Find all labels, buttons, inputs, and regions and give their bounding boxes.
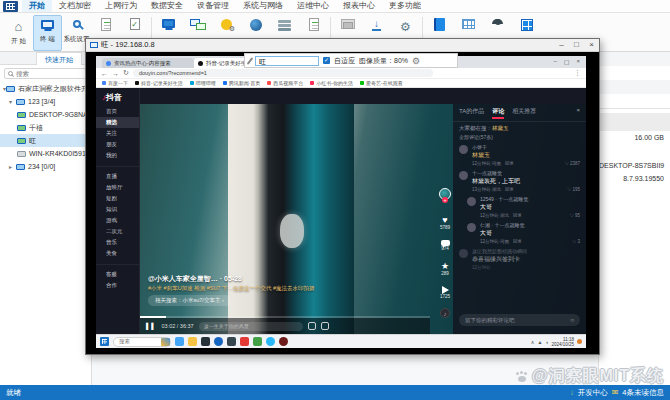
taskbar-app-studio[interactable] [227,337,236,346]
taskbar-app-terminal[interactable] [201,337,210,346]
tab-web-behavior[interactable]: 上网行为 [98,0,144,12]
like-button[interactable]: ♥5789 [437,216,453,230]
app-menu-button[interactable] [3,1,18,12]
bookmark-item[interactable]: 百度一下 [102,80,128,86]
author-avatar[interactable]: + [437,188,453,203]
taskbar-app-explorer[interactable] [188,337,197,346]
tab-quick-start[interactable]: 快速开始 [36,52,82,65]
comment-input[interactable]: 留下你的精彩评论吧 ☺ [459,314,580,326]
reload-icon[interactable]: ↻ [123,69,129,77]
tab-author-works[interactable]: TA的作品 [459,107,484,119]
nav-friends[interactable]: 朋友 [96,139,139,150]
avatar[interactable] [459,145,468,154]
tab-data-security[interactable]: 数据安全 [144,0,190,12]
address-bar[interactable]: douyin.com/?recommend=1 [133,69,433,77]
taskbar-app-media[interactable] [240,337,249,346]
follow-plus-icon[interactable]: + [442,197,448,203]
bookmark-item[interactable]: 抖音-记录美好生活 [135,80,183,86]
favorite-button[interactable]: ★289 [437,262,453,276]
back-icon[interactable]: ← [101,70,108,77]
comment-item[interactable]: 这让我想起那些感动瞬间 恭喜福缘兴签到卡 12分钟前 [453,246,586,272]
share-button[interactable]: 1725 [437,285,453,299]
comment-button[interactable]: 974 [437,239,453,251]
bookmark-item[interactable]: 小红书-你的生活 [310,80,353,86]
nav-featured[interactable]: 精选 [96,117,139,128]
tab-report-center[interactable]: 报表中心 [336,0,382,12]
nav-game[interactable]: 游戏 [96,215,139,226]
comment-item[interactable]: 十一点就睡觉 林黛装死，上车吧 13分钟前·湖北回复♡ 195 [453,168,586,194]
taskbar-clock[interactable]: 11:18 2024/10/25 [551,337,574,347]
tree-search-input[interactable] [16,70,76,77]
video-hashtags[interactable]: #小米 #刹车U加速 检测 #SU7 下…任选这一个交代 #魔法去水印拍摄 [148,285,398,292]
taskbar-app-edge[interactable] [175,337,184,346]
session-settings-icon[interactable]: ⚙ [412,56,420,66]
system-tray[interactable]: ∧ ▲ ◖ 11:18 2024/10/25 [531,337,582,347]
nav-music[interactable]: 音乐 [96,237,139,248]
tab-more-features[interactable]: 更多功能 [382,0,428,12]
clear-screen-icon[interactable] [308,322,316,330]
maximize-button[interactable]: □ [569,39,584,51]
fit-checkbox[interactable]: ✓ [323,57,330,64]
nav-food[interactable]: 美食 [96,248,139,259]
notification-badge[interactable] [577,339,582,344]
minimize-button[interactable]: – [554,39,569,51]
emoji-icon[interactable]: ☺ [569,314,580,326]
bookmark-item[interactable]: 爱奇艺-在线观看 [360,80,403,86]
tree-search-box[interactable] [4,68,87,79]
tab-comments[interactable]: 评论 [492,107,504,119]
taskbar-app-music[interactable] [279,337,288,346]
tab-related[interactable]: 相关推荐 [512,107,536,119]
bookmark-item[interactable]: 哔哩哔哩 [190,80,216,86]
taskbar-app-sheets[interactable] [253,337,262,346]
related-search-pill[interactable]: 相关搜索：小米su7/交车主 › [148,295,231,306]
nav-following[interactable]: 关注 [96,128,139,139]
nav-anime[interactable]: 二次元 [96,226,139,237]
nav-drama[interactable]: 短剧 [96,193,139,204]
chrome-window-controls[interactable]: –▢× [553,58,586,68]
tree-group-234[interactable]: ▸ 234 [0/0] [0,160,91,173]
forward-icon[interactable]: → [112,70,119,77]
tray-chevron-icon[interactable]: ∧ [531,339,535,345]
tree-node-desktop-9g8nab0[interactable]: DESKTOP-9G8NAB0 [0,108,91,121]
chrome-tab-1[interactable]: 资讯热点中心-内容搜索 [102,58,194,68]
windows-start-button[interactable] [100,337,109,346]
hot-search-row[interactable]: 大家都在搜：林黛玉 [453,122,586,133]
music-disc-button[interactable]: ♪ [437,308,453,318]
nav-mine[interactable]: 我的 [96,150,139,161]
avatar[interactable] [467,223,476,232]
tree-group-123[interactable]: ▾ 123 [3/4] [0,95,91,108]
nav-home[interactable]: 首页 [96,106,139,117]
quality-label[interactable]: 图像质量：80% [359,56,408,66]
tab-doc-encrypt[interactable]: 文档加密 [52,0,98,12]
tab-device-mgmt[interactable]: 设备管理 [190,0,236,12]
bookmark-item[interactable]: 西瓜视频平台 [267,80,303,86]
tab-system-network[interactable]: 系统与网络 [236,0,290,12]
unread-messages-link[interactable]: 4条未读信息 [622,388,664,398]
pause-icon[interactable]: ▌▌ [146,323,157,329]
tab-home[interactable]: 开始 [22,0,52,12]
comment-reply-item[interactable]: 12549 · 十一点就睡觉 大哥 12分钟前·湖北回复♡ 95 [453,194,586,220]
nav-live[interactable]: 直播 [96,171,139,182]
bookmark-item[interactable]: 腾讯新闻·首页 [223,80,261,86]
profile-menu-icon[interactable]: ⋮ [574,69,581,77]
comment-reply-item[interactable]: 仁湘 · 十一点就睡觉 大哥 12分钟前·河南回复♡ 3 [453,220,586,246]
tree-node-wang-selected[interactable]: 旺 [0,134,91,147]
avatar[interactable] [467,197,476,206]
nav-cinema[interactable]: 放映厅 [96,182,139,193]
tab-ops-center[interactable]: 运维中心 [290,0,336,12]
danmaku-input[interactable]: 这一生关于你的风景 [199,322,303,331]
tree-node-win-kr4kd0i5913[interactable]: WIN-KR4KD0I5913 [0,147,91,160]
home-button[interactable]: ⌂开 始 [4,15,33,51]
comment-item[interactable]: 小饼干 林黛玉 12分钟前·河南回复♡ 2387 [453,142,586,168]
close-panel-icon[interactable]: × [576,107,580,119]
nav-support[interactable]: 客服 [96,269,139,280]
tree-root-company[interactable]: ▾ 石家庄洞察之眼软件开发有限… [0,82,91,95]
fullscreen-icon[interactable] [321,322,329,330]
close-button[interactable]: × [584,39,599,51]
nav-cooperation[interactable]: 合作 [96,280,139,291]
remote-window-titlebar[interactable]: 旺 - 192.168.0.8 – □ × [86,39,599,52]
nav-knowledge[interactable]: 知识 [96,204,139,215]
taskbar-search[interactable]: 搜索 [113,337,171,347]
dev-center-link[interactable]: 开发中心 [578,388,608,398]
terminal-button[interactable]: 终 端 [33,15,62,51]
